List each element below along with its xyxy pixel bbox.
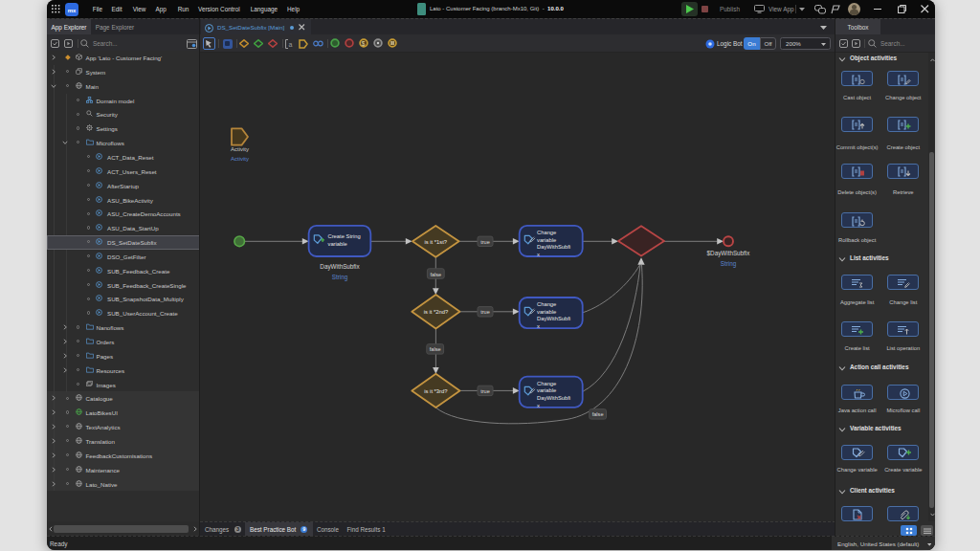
svg-text:String: String [332, 274, 348, 281]
svg-text:$: $ [362, 40, 366, 47]
svg-text:$DayWithSubfix: $DayWithSubfix [707, 250, 751, 257]
svg-text:true: true [480, 239, 490, 245]
svg-text:false: false [592, 411, 604, 417]
svg-text:DayWithSubfi: DayWithSubfi [537, 395, 570, 401]
svg-text:variable: variable [328, 241, 347, 247]
svg-text:x: x [537, 252, 540, 257]
svg-text:Change: Change [537, 230, 556, 235]
svg-text:x: x [537, 403, 540, 408]
svg-text:DayWithSubfi: DayWithSubfi [537, 316, 570, 321]
svg-text:variable: variable [537, 387, 556, 393]
svg-text:a: a [289, 40, 293, 47]
svg-text:false: false [430, 272, 441, 277]
svg-text:Activity: Activity [231, 146, 249, 152]
svg-text:x: x [537, 323, 540, 329]
svg-text:true: true [480, 309, 490, 315]
svg-text:DayWithSubfi: DayWithSubfi [537, 244, 570, 250]
svg-text:DayWithSubfix: DayWithSubfix [320, 263, 360, 271]
svg-text:String: String [721, 260, 737, 268]
svg-text:is it *3rd?: is it *3rd? [424, 388, 448, 394]
svg-text:false: false [430, 346, 441, 352]
svg-text:variable: variable [537, 237, 556, 243]
svg-text:Change: Change [537, 301, 556, 307]
svg-text:Change: Change [537, 381, 556, 386]
svg-text:true: true [480, 388, 490, 394]
svg-text:Create String: Create String [328, 233, 361, 239]
svg-text:variable: variable [537, 309, 556, 315]
svg-text:is it *1st?: is it *1st? [425, 239, 448, 245]
svg-text:Activity: Activity [231, 156, 249, 162]
svg-text:is it *2nd?: is it *2nd? [424, 309, 449, 315]
